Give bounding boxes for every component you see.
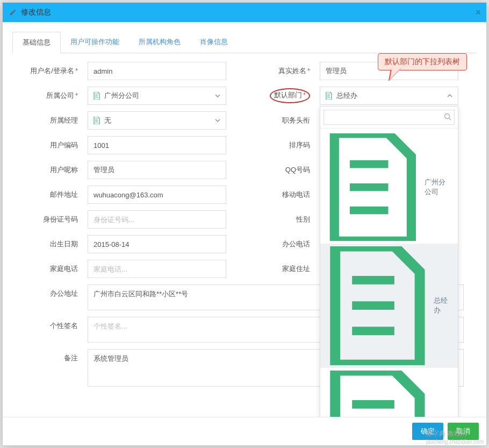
close-icon[interactable]: × xyxy=(475,7,481,18)
document-icon xyxy=(94,92,100,99)
label-sortcode: 排序码 xyxy=(244,140,320,150)
dept-tree-list: 广州分公司总经办财务部工程部产品研发部开发一组开发二组测试组 xyxy=(320,129,458,417)
document-icon xyxy=(327,246,428,365)
annotation-text: 默认部门的下拉列表树 xyxy=(378,53,467,70)
dept-dropdown-panel: 广州分公司总经办财务部工程部产品研发部开发一组开发二组测试组 xyxy=(320,106,458,417)
label-company: 所属公司* xyxy=(12,91,88,101)
dept-search-input[interactable] xyxy=(323,110,455,125)
label-mobile: 移动电话 xyxy=(244,190,320,200)
label-username: 用户名/登录名* xyxy=(12,66,88,76)
label-signature: 个性签名 xyxy=(12,317,88,331)
manager-value: 无 xyxy=(104,116,111,125)
label-title: 职务头衔 xyxy=(244,116,320,125)
tab-bar: 基础信息 用户可操作功能 所属机构角色 肖像信息 xyxy=(12,32,477,53)
tab-basic-info[interactable]: 基础信息 xyxy=(12,32,61,53)
search-icon xyxy=(444,113,451,120)
dept-tree-item[interactable]: 财务部 xyxy=(320,368,458,417)
nickname-field[interactable] xyxy=(88,161,226,179)
tab-org-roles[interactable]: 所属机构角色 xyxy=(129,32,190,53)
label-manager: 所属经理 xyxy=(12,116,88,125)
document-icon xyxy=(94,117,100,124)
annotation-callout: 默认部门的下拉列表树 xyxy=(378,53,467,70)
label-qq: QQ号码 xyxy=(244,165,320,175)
chevron-down-icon xyxy=(215,94,220,97)
modal-footer: 确定 取消 xyxy=(3,417,486,445)
home-phone-field[interactable] xyxy=(88,260,226,278)
dept-tree-item[interactable]: 广州分公司 xyxy=(320,131,458,244)
modal-title: 修改信息 xyxy=(21,8,51,17)
modal-header: 修改信息 × xyxy=(3,3,486,22)
birthdate-field[interactable] xyxy=(88,235,226,253)
label-idcard: 身份证号码 xyxy=(12,215,88,224)
label-remark: 备注 xyxy=(12,349,88,363)
company-select[interactable]: 广州分公司 xyxy=(88,87,226,105)
label-usercode: 用户编码 xyxy=(12,140,88,150)
chevron-up-icon xyxy=(447,94,452,97)
modal-body: 基础信息 用户可操作功能 所属机构角色 肖像信息 默认部门的下拉列表树 用户名/… xyxy=(3,22,486,417)
document-icon xyxy=(327,371,428,417)
edit-icon xyxy=(9,9,17,16)
label-nickname: 用户呢称 xyxy=(12,165,88,175)
company-value: 广州分公司 xyxy=(104,91,139,101)
dept-item-label: 广州分公司 xyxy=(425,177,451,197)
tab-portrait[interactable]: 肖像信息 xyxy=(190,32,238,53)
idcard-field[interactable] xyxy=(88,210,226,229)
label-realname: 真实姓名* xyxy=(244,66,320,76)
dept-item-label: 总经办 xyxy=(434,296,451,315)
label-gender: 性别 xyxy=(244,215,320,224)
usercode-field[interactable] xyxy=(88,136,226,154)
label-birthdate: 出生日期 xyxy=(12,239,88,249)
label-email: 邮件地址 xyxy=(12,190,88,200)
label-office-phone: 办公电话 xyxy=(244,239,320,249)
username-field[interactable] xyxy=(88,62,226,80)
label-home-phone: 家庭电话 xyxy=(12,264,88,274)
default-dept-select[interactable]: 总经办 xyxy=(320,87,458,105)
document-icon xyxy=(326,92,332,99)
edit-info-modal: 修改信息 × 基础信息 用户可操作功能 所属机构角色 肖像信息 默认部门的下拉列… xyxy=(2,2,487,446)
default-dept-combobox: 总经办 广州分公司总经办财务部工程部产品研发部开发一组开发二组测试组 xyxy=(320,87,458,105)
svg-point-0 xyxy=(445,114,450,119)
watermark: 查字典教程网 jaocheng.chazidian.com xyxy=(426,429,484,445)
form-area: 默认部门的下拉列表树 用户名/登录名* 真实姓名* 所属公司* xyxy=(12,53,477,387)
chevron-down-icon xyxy=(215,119,220,122)
document-icon xyxy=(327,133,419,241)
label-office-addr: 办公地址 xyxy=(12,285,88,298)
manager-select[interactable]: 无 xyxy=(88,111,226,130)
label-home-addr: 家庭住址 xyxy=(244,264,320,274)
tab-user-functions[interactable]: 用户可操作功能 xyxy=(61,32,129,53)
email-field[interactable] xyxy=(88,186,226,204)
dept-search-wrap xyxy=(320,106,458,129)
dept-tree-item[interactable]: 总经办 xyxy=(320,244,458,367)
label-default-dept: 默认部门* xyxy=(244,88,320,103)
default-dept-value: 总经办 xyxy=(336,91,447,101)
